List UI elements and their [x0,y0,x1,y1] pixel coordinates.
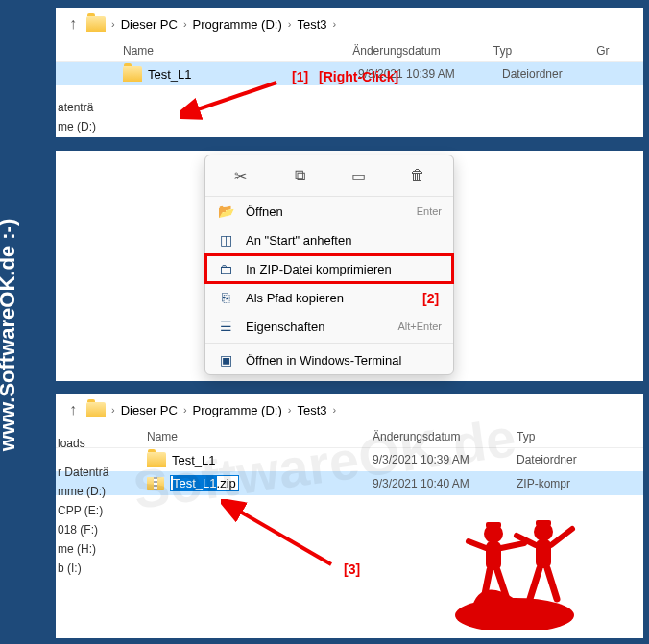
crumb-pc[interactable]: Dieser PC [121,17,178,32]
annotation-1-text: [Right-Click] [319,69,398,84]
file-row-renaming[interactable]: Test_L1.zip 9/3/2021 10:40 AM ZIP-kompr [56,471,643,495]
tree-item[interactable]: loads [56,434,125,453]
cm-shortcut: Alt+Enter [397,321,442,332]
zip-icon: 🗀 [217,261,234,276]
explorer-panel-3: ↑ › Dieser PC › Programme (D:) › Test3 ›… [56,394,643,638]
context-menu-open[interactable]: 📂 Öffnen Enter [205,197,453,226]
annotation-1-label: [1] [292,69,308,84]
zip-icon [147,477,164,490]
rename-input[interactable]: Test_L1.zip [170,475,239,491]
file-date: 9/3/2021 10:40 AM [373,477,517,490]
cm-label: Als Pfad kopieren [246,291,442,305]
file-date: 9/3/2021 10:39 AM [373,453,517,466]
annotation-arrow-1 [180,75,286,123]
cm-label: Öffnen [246,204,405,219]
col-date[interactable]: Änderungsdatum [352,44,493,58]
context-menu-terminal[interactable]: ▣ Öffnen in Windows-Terminal [205,346,453,374]
file-type: Dateiordner [517,453,622,466]
columns-header: Name Änderungsdatum Typ Gr [56,40,643,62]
menu-divider [205,343,453,344]
tree-item[interactable]: r Datenträ [56,463,125,482]
cm-label: Eigenschaften [246,320,386,334]
breadcrumb[interactable]: ↑ › Dieser PC › Programme (D:) › Test3 › [56,8,643,40]
tree-item[interactable]: CPP (E:) [56,501,125,520]
file-type: ZIP-kompr [517,477,622,490]
terminal-icon: ▣ [217,352,234,368]
file-type: Dateiordner [502,67,608,81]
path-icon: ⎘ [217,290,234,305]
crumb-drive[interactable]: Programme (D:) [193,17,282,32]
context-menu-properties[interactable]: ☰ Eigenschaften Alt+Enter [205,312,453,341]
folder-icon [86,16,106,32]
folder-icon [86,402,106,417]
delete-icon[interactable]: 🗑 [405,163,430,188]
cm-label: Öffnen in Windows-Terminal [246,353,442,368]
chevron-right-icon: › [333,404,337,416]
annotation-2-label: [2] [422,291,439,306]
tree-item[interactable]: b (I:) [56,559,125,578]
context-menu-top-actions: ✂ ⧉ ▭ 🗑 [205,155,453,197]
cm-label: In ZIP-Datei komprimieren [246,262,442,276]
folder-open-icon: 📂 [217,203,234,219]
tree-item[interactable]: mme (D:) [56,482,125,501]
tree-item[interactable]: 018 (F:) [56,520,125,539]
chevron-right-icon: › [111,404,115,416]
cut-icon[interactable]: ✂ [228,163,253,188]
nav-tree[interactable]: atenträ me (D:) [56,94,108,136]
explorer-panel-2: ✂ ⧉ ▭ 🗑 📂 Öffnen Enter ◫ An "Start" anhe… [56,151,643,381]
context-menu-pin[interactable]: ◫ An "Start" anheften [205,226,453,254]
svg-line-1 [235,509,331,564]
up-arrow-icon[interactable]: ↑ [65,401,81,418]
chevron-right-icon: › [183,404,187,416]
columns-header: Name Änderungsdatum Typ [56,426,643,448]
chevron-right-icon: › [333,18,337,30]
col-type[interactable]: Typ [517,430,622,443]
sidebar-watermark-text: www.SoftwareOK.de :-) [0,218,20,450]
col-type[interactable]: Typ [493,44,596,58]
annotation-arrow-3 [221,499,346,576]
annotation-3-label: [3] [344,561,360,577]
chevron-right-icon: › [288,404,292,416]
col-name[interactable]: Name [123,44,352,58]
up-arrow-icon[interactable]: ↑ [65,15,81,33]
context-menu-copy-path[interactable]: ⎘ Als Pfad kopieren [205,283,453,312]
folder-icon [123,66,142,82]
context-menu: ✂ ⧉ ▭ 🗑 📂 Öffnen Enter ◫ An "Start" anhe… [204,155,454,375]
col-date[interactable]: Änderungsdatum [373,430,517,443]
context-menu-zip[interactable]: 🗀 In ZIP-Datei komprimieren [205,254,453,283]
tree-item[interactable]: me (H:) [56,539,125,559]
folder-icon [147,452,166,467]
crumb-folder[interactable]: Test3 [297,403,326,417]
col-size[interactable]: Gr [596,44,643,58]
chevron-right-icon: › [288,18,292,30]
breadcrumb[interactable]: ↑ › Dieser PC › Programme (D:) › Test3 › [56,394,643,426]
crumb-pc[interactable]: Dieser PC [121,403,178,417]
cm-label: An "Start" anheften [246,233,442,248]
tree-item[interactable]: me (D:) [56,117,108,136]
file-name: Test_L1 [172,453,216,467]
svg-line-0 [192,83,276,111]
file-row[interactable]: Test_L1 9/3/2021 10:39 AM Dateiordner [56,448,643,471]
col-name[interactable]: Name [147,430,373,443]
chevron-right-icon: › [183,18,187,30]
rename-icon[interactable]: ▭ [347,163,372,188]
properties-icon: ☰ [217,319,234,334]
nav-tree[interactable]: loads r Datenträ mme (D:) CPP (E:) 018 (… [56,430,125,578]
pin-icon: ◫ [217,232,234,248]
chevron-right-icon: › [111,18,115,30]
cm-shortcut: Enter [417,205,442,217]
crumb-drive[interactable]: Programme (D:) [193,403,282,417]
copy-icon[interactable]: ⧉ [287,163,312,188]
crumb-folder[interactable]: Test3 [297,17,326,32]
tree-item[interactable]: atenträ [56,98,108,117]
